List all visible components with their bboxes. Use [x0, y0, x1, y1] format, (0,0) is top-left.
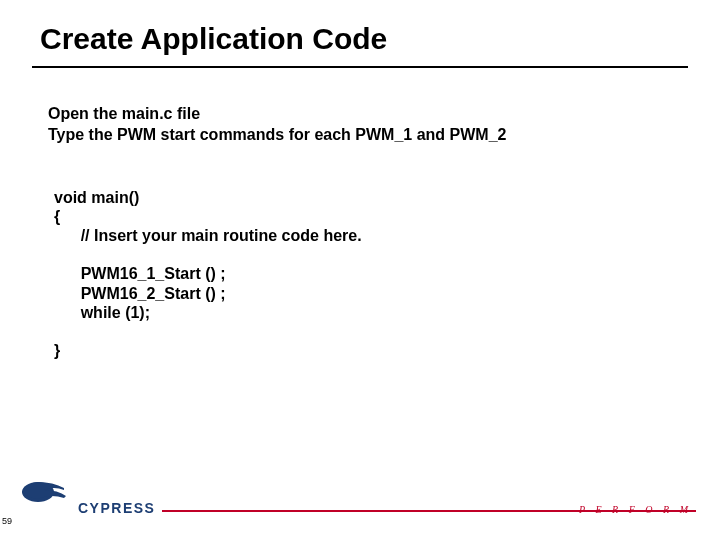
title-area: Create Application Code [0, 0, 720, 56]
cypress-logo-icon [18, 476, 70, 506]
code-line: PWM16_1_Start () ; [54, 265, 226, 282]
logo-wordmark: CYPRESS [78, 500, 155, 516]
body-area: Open the main.c file Type the PWM start … [0, 68, 720, 360]
page-number: 59 [2, 516, 12, 526]
code-block: void main() { // Insert your main routin… [48, 188, 672, 361]
code-line: // Insert your main routine code here. [54, 227, 362, 244]
code-line: while (1); [54, 304, 150, 321]
slide-title: Create Application Code [40, 22, 720, 56]
instruction-line-1: Open the main.c file [48, 104, 672, 125]
footer-tagline: P E R F O R M [579, 504, 692, 515]
code-line: { [54, 208, 60, 225]
code-line: PWM16_2_Start () ; [54, 285, 226, 302]
cypress-logo: CYPRESS [18, 476, 168, 526]
footer: CYPRESS P E R F O R M [0, 476, 720, 532]
code-line: } [54, 342, 60, 359]
instruction-line-2: Type the PWM start commands for each PWM… [48, 125, 672, 146]
code-line: void main() [54, 189, 139, 206]
